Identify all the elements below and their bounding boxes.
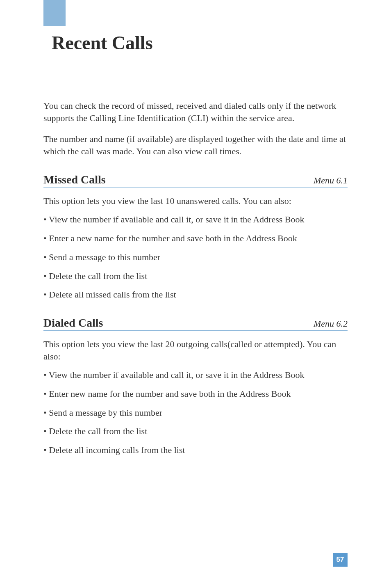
section-header-dialed-calls: Dialed Calls Menu 6.2 — [43, 316, 348, 331]
top-accent-block — [43, 0, 66, 26]
list-item: Delete the call from the list — [43, 425, 348, 437]
intro-paragraph-1: You can check the record of missed, rece… — [43, 100, 348, 124]
list-item: Enter new name for the number and save b… — [43, 388, 348, 400]
section-intro: This option lets you view the last 20 ou… — [43, 338, 348, 362]
list-item: Enter a new name for the number and save… — [43, 232, 348, 245]
page-content: Recent Calls You can check the record of… — [0, 0, 391, 456]
intro-paragraph-2: The number and name (if available) are d… — [43, 133, 348, 157]
list-item: Delete all incoming calls from the list — [43, 444, 348, 456]
page-number: 57 — [336, 556, 344, 564]
section-intro: This option lets you view the last 10 un… — [43, 195, 348, 207]
page-title: Recent Calls — [52, 32, 348, 54]
section-title: Dialed Calls — [43, 316, 103, 329]
page-number-badge: 57 — [333, 553, 348, 567]
list-item: Delete all missed calls from the list — [43, 288, 348, 301]
list-item: View the number if available and call it… — [43, 369, 348, 381]
menu-reference: Menu 6.1 — [314, 175, 348, 186]
list-item: Delete the call from the list — [43, 270, 348, 282]
section-header-missed-calls: Missed Calls Menu 6.1 — [43, 173, 348, 188]
section-title: Missed Calls — [43, 173, 106, 186]
list-item: Send a message to this number — [43, 251, 348, 263]
list-item: Send a message by this number — [43, 407, 348, 419]
missed-calls-bullets: View the number if available and call it… — [43, 213, 348, 300]
menu-reference: Menu 6.2 — [314, 318, 348, 329]
dialed-calls-bullets: View the number if available and call it… — [43, 369, 348, 456]
list-item: View the number if available and call it… — [43, 213, 348, 226]
